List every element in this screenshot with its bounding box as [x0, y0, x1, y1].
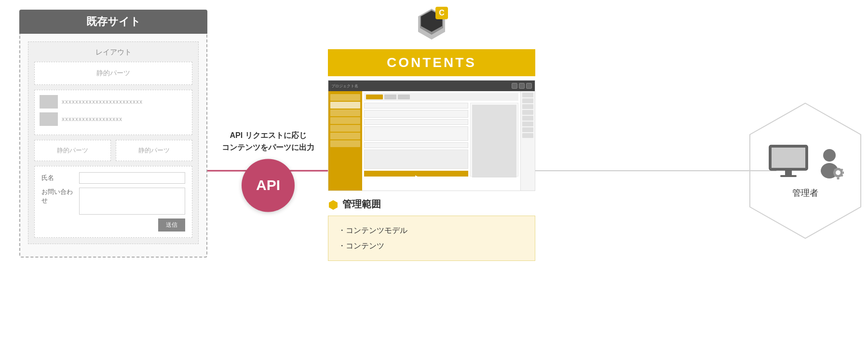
cms-toolbar-btn-2 [384, 95, 396, 99]
sidebar-item-2 [330, 102, 360, 109]
form-box: 氏名 お問い合わせ 送信 [34, 166, 192, 238]
static-part-right: 静的パーツ [116, 140, 192, 161]
admin-label: 管理者 [792, 187, 818, 199]
cms-main: ▶ [362, 91, 520, 191]
form-name-label: 氏名 [41, 174, 75, 182]
cms-sidebar [328, 91, 362, 191]
existing-site-outer: レイアウト 静的パーツ xxxxxxxxxxxxxxxxxxxxxxxx xxx… [19, 34, 207, 258]
cms-topbar-text: プロジェクト名 [331, 83, 358, 89]
cms-form-row-3 [364, 119, 468, 125]
cms-topbar: プロジェクト名 [328, 81, 535, 91]
dynamic-text-2: xxxxxxxxxxxxxxxxxx [62, 116, 122, 123]
static-part-top: 静的パーツ [34, 62, 192, 85]
svg-rect-10 [780, 175, 797, 177]
computer-icon [767, 143, 810, 181]
cms-body: ▶ [328, 91, 535, 191]
cms-form-row-2 [364, 110, 468, 118]
form-inquiry-textarea [79, 188, 185, 215]
management-list-box: ・コンテンツモデル ・コンテンツ [328, 216, 535, 261]
right-btn-3 [522, 104, 533, 109]
svg-rect-17 [833, 171, 835, 174]
form-row-name: 氏名 [41, 172, 185, 184]
cms-toolbar [364, 93, 518, 101]
api-description: API リクエストに応じ コンテンツをパーツに出力 [222, 129, 314, 154]
sidebar-item-4 [330, 117, 360, 124]
existing-site-section: 既存サイト レイアウト 静的パーツ xxxxxxxxxxxxxxxxxxxxxx… [19, 10, 207, 258]
layout-box: レイアウト 静的パーツ xxxxxxxxxxxxxxxxxxxxxxxx xxx… [28, 41, 199, 244]
cms-right-panel [520, 91, 535, 191]
management-range: 管理範囲 [328, 198, 535, 211]
right-btn-6 [522, 122, 533, 126]
right-btn-2 [522, 98, 533, 103]
form-name-input [79, 172, 185, 184]
cms-form-row-4 [364, 126, 468, 141]
contents-banner: CONTENTS [328, 49, 535, 76]
cms-admin-line [535, 170, 776, 171]
list-item-2: ・コンテンツ [338, 238, 525, 254]
dynamic-thumb-1 [40, 95, 58, 109]
svg-rect-15 [837, 168, 840, 170]
svg-marker-5 [329, 200, 338, 210]
cms-form-area: ▶ [364, 103, 468, 177]
main-container: 既存サイト レイアウト 静的パーツ xxxxxxxxxxxxxxxxxxxxxx… [0, 0, 868, 341]
svg-rect-18 [843, 171, 844, 174]
cms-toolbar-btn-1 [366, 95, 383, 99]
person-gear-icon [815, 148, 844, 181]
management-icon [328, 199, 339, 210]
cms-preview-area [470, 103, 518, 177]
contents-logo: C [328, 5, 535, 45]
cms-form-row-5 [364, 142, 468, 148]
contents-logo-icon: C [412, 5, 451, 43]
cms-icon-2 [519, 83, 525, 89]
admin-section: 管理者 [767, 143, 844, 199]
sidebar-item-6 [330, 133, 360, 139]
static-part-left: 静的パーツ [34, 140, 111, 161]
right-btn-1 [522, 93, 533, 97]
right-btn-7 [522, 127, 533, 132]
submit-button[interactable]: 送信 [158, 218, 185, 232]
cms-save-btn: ▶ [364, 171, 468, 177]
list-item-1: ・コンテンツモデル [338, 223, 525, 238]
cms-form-row-6 [364, 150, 468, 169]
dynamic-item-2: xxxxxxxxxxxxxxxxxx [40, 112, 187, 126]
svg-point-14 [836, 170, 841, 175]
sidebar-item-5 [330, 125, 360, 132]
form-row-inquiry: お問い合わせ [41, 188, 185, 215]
cms-content-area: ▶ [364, 103, 518, 177]
admin-icons [767, 143, 844, 181]
static-parts-row: 静的パーツ 静的パーツ [34, 140, 192, 161]
sidebar-item-7 [330, 140, 360, 147]
right-btn-8 [522, 133, 533, 138]
right-btn-4 [522, 110, 533, 115]
svg-point-11 [823, 149, 836, 162]
cms-inner: プロジェクト名 [328, 81, 535, 191]
sidebar-item-1 [330, 94, 360, 101]
api-circle: API [242, 159, 295, 212]
existing-site-title: 既存サイト [19, 10, 207, 34]
layout-label: レイアウト [34, 48, 192, 57]
contents-section: C CONTENTS プロジェクト名 [328, 5, 535, 261]
cms-icon-3 [526, 83, 532, 89]
cms-screenshot: プロジェクト名 [328, 80, 535, 191]
dynamic-thumb-2 [40, 112, 58, 126]
cms-toolbar-btn-3 [398, 95, 410, 99]
svg-rect-8 [772, 148, 805, 168]
api-section: API リクエストに応じ コンテンツをパーツに出力 API [222, 129, 314, 212]
svg-text:C: C [439, 9, 445, 17]
form-submit-row: 送信 [41, 218, 185, 232]
form-inquiry-label: お問い合わせ [41, 188, 75, 205]
dynamic-text-1: xxxxxxxxxxxxxxxxxxxxxxxx [62, 98, 143, 105]
sidebar-item-3 [330, 109, 360, 116]
cms-topbar-icons [512, 83, 532, 89]
dynamic-parts-box: xxxxxxxxxxxxxxxxxxxxxxxx xxxxxxxxxxxxxxx… [34, 90, 192, 135]
cms-form-row-1 [364, 103, 468, 109]
svg-rect-16 [837, 177, 840, 179]
cms-icon-1 [512, 83, 517, 89]
dynamic-item-1: xxxxxxxxxxxxxxxxxxxxxxxx [40, 95, 187, 109]
svg-rect-9 [785, 170, 792, 175]
management-title: 管理範囲 [342, 198, 381, 211]
right-btn-5 [522, 116, 533, 121]
